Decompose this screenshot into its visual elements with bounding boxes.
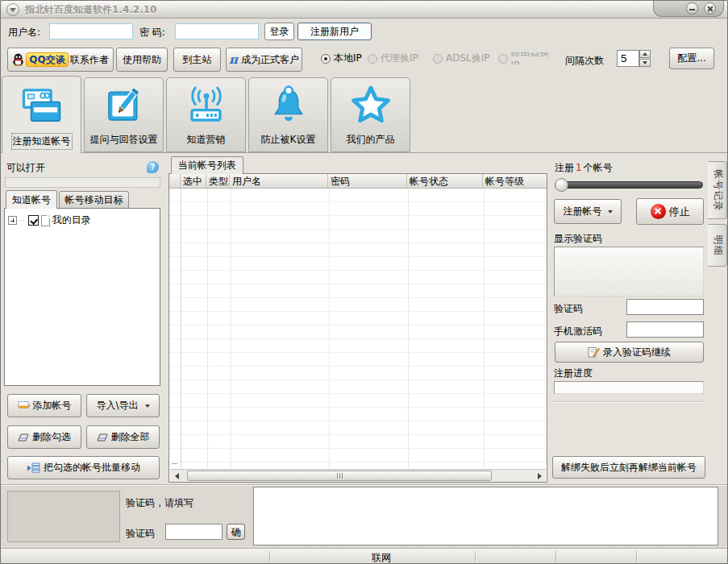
application-window: 指北针百度知道软件1.4.2.10 用户名: 密 码: 登录 注册新用户 QQ交… [0, 0, 728, 564]
column-header[interactable]: 帐号等级 [483, 174, 547, 188]
pencil-form-icon [588, 346, 600, 358]
count-suffix: 个帐号 [584, 162, 613, 173]
add-account-button[interactable]: 添加帐号 [7, 394, 81, 417]
register-new-user-button[interactable]: 注册新用户 [297, 23, 372, 40]
account-table-frame: 选中 类型 用户名 密码 帐号状态 帐号等级 [168, 173, 547, 483]
slider-thumb[interactable] [555, 178, 568, 192]
phone-code-input[interactable] [626, 321, 704, 338]
delete-all-button[interactable]: 删除全部 [86, 425, 160, 449]
interval-input[interactable] [617, 50, 639, 67]
side-tab-label: 帐号记录 [710, 169, 724, 211]
become-customer-button[interactable]: π 成为正式客户 [226, 48, 302, 72]
close-button[interactable] [704, 2, 716, 15]
enter-captcha-button[interactable]: 录入验证码继续 [555, 342, 704, 363]
tab-marketing[interactable]: 知道营销 [166, 77, 246, 152]
table-gridline [231, 189, 231, 468]
row-selector-header [169, 174, 181, 188]
divider [552, 401, 705, 403]
side-tab-details[interactable]: 明细 [708, 224, 727, 267]
interval-spin-up[interactable] [639, 50, 651, 58]
button-label: 删除全部 [111, 430, 150, 444]
tab-anti-ban[interactable]: 防止被K设置 [248, 77, 328, 152]
stop-button[interactable]: 停止 [636, 198, 704, 225]
delete-checked-button[interactable]: 删除勾选 [7, 425, 81, 449]
bottom-captcha-input[interactable] [165, 524, 223, 540]
table-gridline [181, 189, 181, 468]
count-value: 1 [574, 162, 584, 173]
minimize-button[interactable] [686, 2, 698, 15]
username-input[interactable] [49, 23, 133, 39]
count-prefix: 注册 [555, 162, 574, 173]
table-gridline [484, 189, 485, 468]
help-balloon-icon[interactable] [147, 161, 159, 173]
table-gridline [207, 189, 208, 468]
qq-contact-button[interactable]: QQ交谈 联系作者 [7, 48, 114, 72]
scrollbar-thumb[interactable] [187, 471, 492, 481]
radio-label: 路由器换IP [511, 52, 556, 64]
tab-label: 我们的产品 [347, 133, 395, 147]
column-header[interactable]: 密码 [328, 174, 407, 188]
account-tree[interactable]: ·· 我的目录 [4, 208, 160, 386]
column-header[interactable]: 类型 [206, 174, 230, 188]
radio-adsl-ip[interactable]: ADSL换IP [433, 52, 490, 64]
import-export-button[interactable]: 导入\导出 [86, 394, 160, 417]
radio-label: ADSL换IP [446, 52, 490, 65]
batch-move-button[interactable]: 把勾选的帐号批量移动 [7, 456, 160, 479]
arrow-right-icon [538, 473, 542, 479]
qq-chat-badge: QQ交谈 [26, 52, 68, 67]
account-count-slider[interactable] [555, 181, 703, 189]
document-icon [41, 215, 50, 226]
move-arrow-icon [27, 462, 40, 473]
table-header: 选中 类型 用户名 密码 帐号状态 帐号等级 [169, 174, 547, 189]
grip-icon [342, 473, 343, 479]
button-label: 删除勾选 [32, 430, 71, 444]
window-menu-button[interactable] [6, 3, 19, 16]
row-stub-mark [172, 463, 177, 464]
captcha-input[interactable] [626, 299, 704, 315]
side-tab-label: 明细 [710, 235, 724, 256]
radio-router-ip[interactable]: 路由器换IP [498, 52, 556, 64]
table-body-empty[interactable] [169, 189, 547, 468]
tree-item-root[interactable]: ·· 我的目录 [5, 209, 160, 227]
scroll-left-button[interactable] [171, 471, 182, 481]
tab-label: 注册知道帐号 [13, 135, 71, 148]
dropdown-arrow-icon [608, 210, 613, 214]
scroll-right-button[interactable] [534, 471, 545, 481]
confirm-button[interactable]: 确 [227, 524, 245, 540]
password-input[interactable] [175, 23, 259, 39]
tab-current-account-list[interactable]: 当前帐号列表 [171, 156, 243, 174]
config-button[interactable]: 配置... [669, 48, 714, 69]
side-tab-account-records[interactable]: 帐号记录 [708, 161, 727, 219]
tree-checkbox-checked[interactable] [28, 215, 39, 226]
log-output-box[interactable] [253, 487, 718, 545]
open-url-bar [5, 177, 160, 188]
column-header[interactable]: 帐号状态 [407, 174, 483, 188]
register-count-label: 注册1个帐号 [555, 161, 613, 175]
can-open-label: 可以打开 [6, 161, 45, 175]
router-signal-icon [184, 78, 229, 133]
tree-expand-icon[interactable] [8, 216, 17, 225]
tab-know-accounts[interactable]: 知道帐号 [6, 190, 57, 209]
register-progress-label: 注册进度 [554, 367, 593, 380]
column-header[interactable]: 选中 [181, 174, 206, 188]
interval-spin-down[interactable] [639, 59, 651, 67]
tab-our-products[interactable]: 我们的产品 [331, 77, 410, 152]
main-site-button[interactable]: 到主站 [173, 48, 221, 72]
radio-local-ip[interactable]: 本地IP [321, 52, 362, 64]
login-button[interactable]: 登录 [264, 23, 294, 40]
button-label: 停止 [669, 205, 690, 219]
radio-label: 代理换IP [381, 52, 418, 65]
tab-move-target[interactable]: 帐号移动目标 [59, 191, 129, 209]
help-button[interactable]: 使用帮助 [116, 48, 168, 72]
unbind-retry-button[interactable]: 解绑失败后立刻再解绑当前帐号 [552, 456, 705, 479]
radio-icon [368, 54, 377, 64]
register-account-button[interactable]: 注册帐号 [554, 199, 622, 224]
radio-proxy-ip[interactable]: 代理换IP [368, 52, 418, 64]
tab-qa-settings[interactable]: 提问与回答设置 [84, 77, 164, 152]
bottom-captcha-panel: 验证码，请填写 验证码 确 [1, 484, 728, 548]
column-header[interactable]: 用户名 [230, 174, 328, 188]
eraser-icon [97, 433, 108, 442]
tab-register-account[interactable]: 注册知道帐号 [2, 76, 81, 153]
arrow-up-icon [643, 52, 647, 56]
horizontal-scrollbar[interactable] [170, 469, 546, 482]
